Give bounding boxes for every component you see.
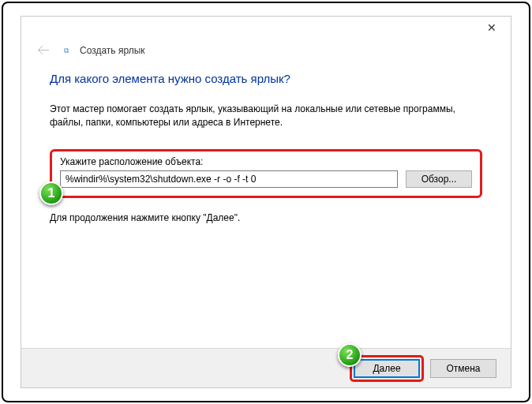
description-text: Этот мастер помогает создать ярлык, указ… (50, 103, 482, 130)
header-row: 🡠 ⧉ Создать ярлык (21, 39, 511, 58)
dialog-footer: Далее 2 Отмена (21, 348, 511, 387)
back-arrow-icon[interactable]: 🡠 (34, 43, 53, 58)
close-icon: ✕ (487, 21, 496, 34)
window-title: Создать ярлык (80, 45, 145, 56)
annotation-badge-2: 2 (338, 343, 362, 367)
page-heading: Для какого элемента нужно создать ярлык? (50, 72, 482, 85)
create-shortcut-dialog: ✕ 🡠 ⧉ Создать ярлык Для какого элемента … (21, 16, 511, 388)
titlebar: ✕ (21, 17, 511, 39)
content-area: Для какого элемента нужно создать ярлык?… (21, 58, 511, 223)
input-row: Обзор... (60, 170, 472, 188)
browse-button[interactable]: Обзор... (406, 170, 472, 188)
location-highlight: Укажите расположение объекта: Обзор... 1 (50, 149, 482, 198)
close-button[interactable]: ✕ (476, 18, 508, 37)
continue-hint: Для продолжения нажмите кнопку "Далее". (50, 212, 482, 223)
cancel-button[interactable]: Отмена (430, 359, 496, 378)
annotation-badge-1: 1 (39, 181, 63, 205)
location-input[interactable] (60, 170, 398, 188)
shortcut-icon: ⧉ (61, 45, 72, 56)
next-button[interactable]: Далее (354, 359, 420, 378)
next-button-highlight: Далее 2 (350, 355, 424, 382)
location-label: Укажите расположение объекта: (60, 156, 472, 167)
